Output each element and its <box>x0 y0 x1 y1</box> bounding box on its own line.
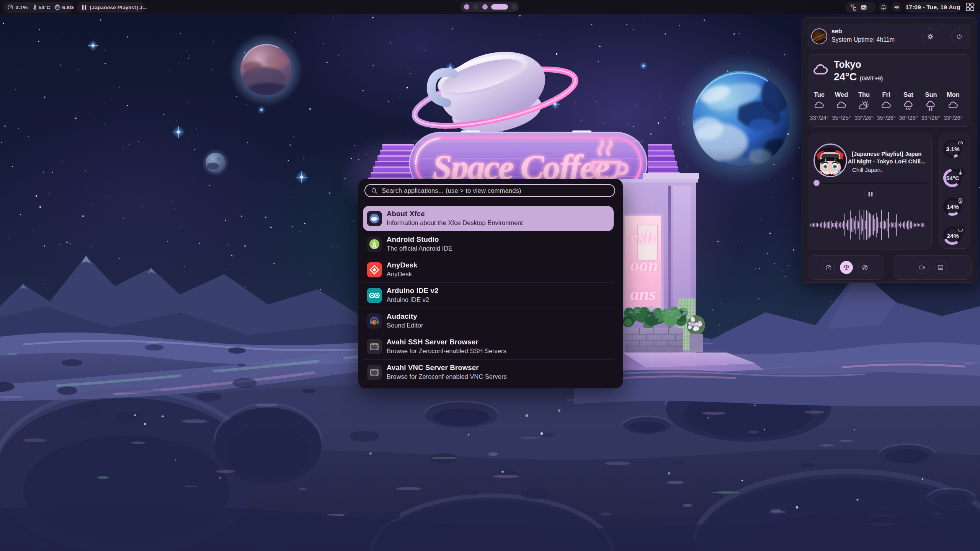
svg-text:esh: esh <box>630 227 655 246</box>
svg-text:24%: 24% <box>947 233 959 239</box>
svg-text:3.1%: 3.1% <box>946 146 960 152</box>
svg-text:oon: oon <box>630 255 658 275</box>
svg-text:54°C: 54°C <box>946 175 960 181</box>
svg-text:ans: ans <box>630 284 656 304</box>
svg-text:14%: 14% <box>947 204 959 210</box>
